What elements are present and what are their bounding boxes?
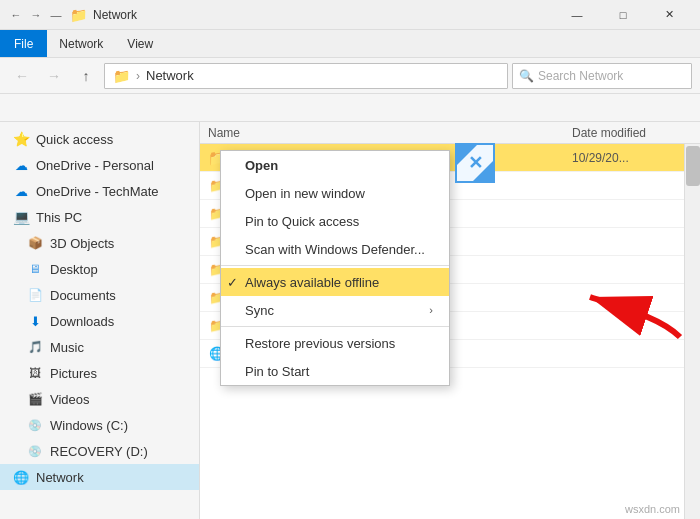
sidebar-item-desktop[interactable]: 🖥Desktop bbox=[0, 256, 199, 282]
menu-file[interactable]: File bbox=[0, 30, 47, 57]
ctx-item-pin-start[interactable]: Pin to Start bbox=[221, 357, 449, 385]
ctx-item-label: Open bbox=[245, 158, 278, 173]
sidebar-item-videos[interactable]: 🎬Videos bbox=[0, 386, 199, 412]
blue-x-decoration: ✕ bbox=[455, 143, 499, 187]
sidebar-icon-this-pc: 💻 bbox=[12, 208, 30, 226]
ctx-item-open-new-window[interactable]: Open in new window bbox=[221, 179, 449, 207]
ctx-item-label: Pin to Quick access bbox=[245, 214, 359, 229]
toolbar: ← → ↑ 📁 › Network 🔍 Search Network bbox=[0, 58, 700, 94]
sidebar-label-this-pc: This PC bbox=[36, 210, 82, 225]
address-folder-icon: 📁 bbox=[113, 68, 130, 84]
back-icon: ← bbox=[8, 7, 24, 23]
sidebar: ⭐Quick access☁OneDrive - Personal☁OneDri… bbox=[0, 122, 200, 519]
sidebar-label-desktop: Desktop bbox=[50, 262, 98, 277]
minimize-button[interactable]: — bbox=[554, 0, 600, 30]
sidebar-item-this-pc[interactable]: 💻This PC bbox=[0, 204, 199, 230]
maximize-button[interactable]: □ bbox=[600, 0, 646, 30]
sidebar-icon-recovery-d: 💿 bbox=[26, 442, 44, 460]
ctx-item-open[interactable]: Open bbox=[221, 151, 449, 179]
address-separator: › bbox=[136, 69, 140, 83]
ctx-item-always-offline[interactable]: ✓Always available offline bbox=[221, 268, 449, 296]
sidebar-label-documents: Documents bbox=[50, 288, 116, 303]
search-box[interactable]: 🔍 Search Network bbox=[512, 63, 692, 89]
ctx-item-restore-versions[interactable]: Restore previous versions bbox=[221, 329, 449, 357]
sidebar-icon-music: 🎵 bbox=[26, 338, 44, 356]
sidebar-item-pictures[interactable]: 🖼Pictures bbox=[0, 360, 199, 386]
sidebar-item-3d-objects[interactable]: 📦3D Objects bbox=[0, 230, 199, 256]
address-text: Network bbox=[146, 68, 194, 83]
sidebar-item-documents[interactable]: 📄Documents bbox=[0, 282, 199, 308]
title-bar: ← → — 📁 Network — □ ✕ bbox=[0, 0, 700, 30]
ctx-item-label: Always available offline bbox=[245, 275, 379, 290]
title-folder-icon: 📁 bbox=[70, 7, 87, 23]
sidebar-label-onedrive-personal: OneDrive - Personal bbox=[36, 158, 154, 173]
submenu-arrow-icon: › bbox=[429, 304, 433, 316]
sidebar-item-windows-c[interactable]: 💿Windows (C:) bbox=[0, 412, 199, 438]
sidebar-item-music[interactable]: 🎵Music bbox=[0, 334, 199, 360]
sidebar-icon-network: 🌐 bbox=[12, 468, 30, 486]
forward-button[interactable]: → bbox=[40, 62, 68, 90]
sidebar-icon-pictures: 🖼 bbox=[26, 364, 44, 382]
sidebar-icon-documents: 📄 bbox=[26, 286, 44, 304]
sidebar-label-network: Network bbox=[36, 470, 84, 485]
forward-icon: → bbox=[28, 7, 44, 23]
sidebar-item-quick-access[interactable]: ⭐Quick access bbox=[0, 126, 199, 152]
menu-bar: File Network View bbox=[0, 30, 700, 58]
sidebar-item-recovery-d[interactable]: 💿RECOVERY (D:) bbox=[0, 438, 199, 464]
sidebar-label-recovery-d: RECOVERY (D:) bbox=[50, 444, 148, 459]
ctx-item-label: Open in new window bbox=[245, 186, 365, 201]
content-area: Name Date modified 📁kate10/29/20...📁ac📁a… bbox=[200, 122, 700, 519]
sidebar-icon-3d-objects: 📦 bbox=[26, 234, 44, 252]
sidebar-icon-desktop: 🖥 bbox=[26, 260, 44, 278]
ctx-item-label: Pin to Start bbox=[245, 364, 309, 379]
search-icon: 🔍 bbox=[519, 69, 534, 83]
sidebar-item-downloads[interactable]: ⬇Downloads bbox=[0, 308, 199, 334]
ribbon bbox=[0, 94, 700, 122]
up-button[interactable]: ↑ bbox=[72, 62, 100, 90]
sidebar-icon-onedrive-personal: ☁ bbox=[12, 156, 30, 174]
address-bar[interactable]: 📁 › Network bbox=[104, 63, 508, 89]
main-layout: ⭐Quick access☁OneDrive - Personal☁OneDri… bbox=[0, 122, 700, 519]
sidebar-icon-windows-c: 💿 bbox=[26, 416, 44, 434]
ctx-item-scan-defender[interactable]: Scan with Windows Defender... bbox=[221, 235, 449, 263]
sidebar-icon-onedrive-techmate: ☁ bbox=[12, 182, 30, 200]
search-placeholder: Search Network bbox=[538, 69, 623, 83]
sidebar-label-videos: Videos bbox=[50, 392, 90, 407]
back-button[interactable]: ← bbox=[8, 62, 36, 90]
checkmark-icon: ✓ bbox=[227, 275, 238, 290]
sidebar-icon-quick-access: ⭐ bbox=[12, 130, 30, 148]
sidebar-item-onedrive-personal[interactable]: ☁OneDrive - Personal bbox=[0, 152, 199, 178]
ctx-item-label: Restore previous versions bbox=[245, 336, 395, 351]
ctx-divider bbox=[221, 326, 449, 327]
ctx-item-pin-quick-access[interactable]: Pin to Quick access bbox=[221, 207, 449, 235]
sidebar-label-quick-access: Quick access bbox=[36, 132, 113, 147]
sidebar-label-downloads: Downloads bbox=[50, 314, 114, 329]
ctx-divider bbox=[221, 265, 449, 266]
sidebar-label-windows-c: Windows (C:) bbox=[50, 418, 128, 433]
sidebar-label-music: Music bbox=[50, 340, 84, 355]
context-menu-overlay: ✕ OpenOpen in new windowPin to Quick acc… bbox=[200, 122, 700, 519]
sidebar-item-network[interactable]: 🌐Network bbox=[0, 464, 199, 490]
ctx-item-label: Sync bbox=[245, 303, 274, 318]
menu-view[interactable]: View bbox=[115, 30, 165, 57]
close-button[interactable]: ✕ bbox=[646, 0, 692, 30]
ctx-item-sync[interactable]: Sync› bbox=[221, 296, 449, 324]
sidebar-label-pictures: Pictures bbox=[50, 366, 97, 381]
ctx-item-label: Scan with Windows Defender... bbox=[245, 242, 425, 257]
title-text: Network bbox=[93, 8, 137, 22]
sidebar-icon-downloads: ⬇ bbox=[26, 312, 44, 330]
window-controls: — □ ✕ bbox=[554, 0, 692, 30]
sidebar-icon-videos: 🎬 bbox=[26, 390, 44, 408]
menu-network[interactable]: Network bbox=[47, 30, 115, 57]
context-menu: ✕ OpenOpen in new windowPin to Quick acc… bbox=[220, 150, 450, 386]
sidebar-label-3d-objects: 3D Objects bbox=[50, 236, 114, 251]
sidebar-item-onedrive-techmate[interactable]: ☁OneDrive - TechMate bbox=[0, 178, 199, 204]
sidebar-label-onedrive-techmate: OneDrive - TechMate bbox=[36, 184, 159, 199]
title-bar-icons: ← → — bbox=[8, 7, 64, 23]
minimize-icon: — bbox=[48, 7, 64, 23]
